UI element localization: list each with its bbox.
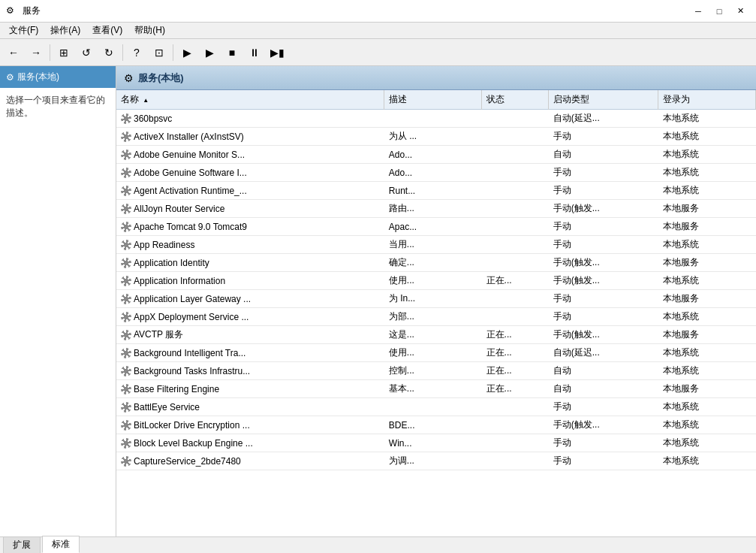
cell-login: 本地系统 [658, 146, 756, 164]
show-hide-button[interactable]: ⊞ [53, 43, 74, 62]
start2-button[interactable]: ▶ [199, 43, 220, 62]
start-button[interactable]: ▶ [176, 43, 197, 62]
cell-login: 本地系统 [658, 416, 756, 434]
stop-button[interactable]: ■ [221, 43, 242, 62]
cell-startup: 自动 [549, 362, 658, 380]
table-row[interactable]: App Readiness当用...手动本地系统 [116, 236, 756, 254]
table-row[interactable]: Base Filtering Engine基本...正在...自动本地服务 [116, 380, 756, 398]
table-row[interactable]: Background Tasks Infrastru...控制...正在...自… [116, 362, 756, 380]
refresh-button[interactable]: ↺ [76, 43, 97, 62]
cell-status [482, 398, 549, 416]
tab-extend[interactable]: 扩展 [3, 536, 41, 553]
cell-name: Background Tasks Infrastru... [116, 362, 384, 380]
table-row[interactable]: BitLocker Drive Encryption ...BDE...手动(触… [116, 416, 756, 434]
table-row[interactable]: Agent Activation Runtime_...Runt...手动本地系… [116, 182, 756, 200]
content-header-title: 服务(本地) [138, 71, 184, 85]
table-row[interactable]: Adobe Genuine Monitor S...Ado...自动本地系统 [116, 146, 756, 164]
maximize-button[interactable]: □ [709, 4, 729, 19]
col-header-name[interactable]: 名称 ▲ [116, 90, 384, 110]
toolbar-separator-3 [173, 44, 173, 61]
service-gear-icon [121, 366, 131, 376]
cell-login: 本地服务 [658, 290, 756, 308]
col-header-desc[interactable]: 描述 [384, 90, 482, 110]
table-row[interactable]: Apache Tomcat 9.0 Tomcat9Apac...手动本地服务 [116, 218, 756, 236]
cell-desc: 控制... [384, 362, 482, 380]
cell-name: Base Filtering Engine [116, 380, 384, 398]
service-gear-icon [121, 186, 131, 196]
table-row[interactable]: Block Level Backup Engine ...Win...手动本地系… [116, 434, 756, 452]
service-gear-icon [121, 258, 131, 268]
close-button[interactable]: ✕ [730, 4, 750, 19]
service-gear-icon [121, 222, 131, 232]
window-controls: ─ □ ✕ [688, 4, 750, 19]
back-button[interactable]: ← [3, 43, 24, 62]
sort-arrow-name: ▲ [143, 97, 149, 104]
tab-standard[interactable]: 标准 [42, 536, 80, 553]
table-row[interactable]: Application Layer Gateway ...为 In...手动本地… [116, 290, 756, 308]
cell-desc: 使用... [384, 272, 482, 290]
service-gear-icon [121, 348, 131, 358]
cell-status [482, 308, 549, 326]
cell-startup: 手动 [549, 164, 658, 182]
cell-desc: Apac... [384, 218, 482, 236]
col-header-startup[interactable]: 启动类型 [549, 90, 658, 110]
col-header-status[interactable]: 状态 [482, 90, 549, 110]
col-header-login[interactable]: 登录为 [658, 90, 756, 110]
table-row[interactable]: AVCTP 服务这是...正在...手动(触发...本地服务 [116, 326, 756, 344]
table-row[interactable]: AllJoyn Router Service路由...手动(触发...本地服务 [116, 200, 756, 218]
table-row[interactable]: BattlEye Service手动本地系统 [116, 398, 756, 416]
bottom-tabs: 扩展 标准 [0, 536, 756, 553]
cell-startup: 手动 [549, 218, 658, 236]
cell-status: 正在... [482, 380, 549, 398]
cell-startup: 手动 [549, 236, 658, 254]
menu-view[interactable]: 查看(V) [86, 23, 128, 38]
services-table-container[interactable]: 名称 ▲ 描述 状态 启动类型 登录为 [116, 90, 756, 536]
table-row[interactable]: ActiveX Installer (AxInstSV)为从 ...手动本地系统 [116, 128, 756, 146]
menu-action[interactable]: 操作(A) [44, 23, 86, 38]
cell-login: 本地系统 [658, 434, 756, 452]
minimize-button[interactable]: ─ [688, 4, 708, 19]
properties-button[interactable]: ⊡ [149, 43, 170, 62]
service-gear-icon [121, 384, 131, 394]
cell-name: Adobe Genuine Software I... [116, 164, 384, 182]
service-gear-icon [121, 150, 131, 160]
content-header-icon: ⚙ [124, 72, 134, 84]
table-row[interactable]: CaptureService_2bde7480为调...手动本地系统 [116, 452, 756, 470]
cell-desc [384, 110, 482, 128]
table-row[interactable]: AppX Deployment Service ...为部...手动本地系统 [116, 308, 756, 326]
table-row[interactable]: Background Intelligent Tra...使用...正在...自… [116, 344, 756, 362]
title-bar: ⚙ 服务 ─ □ ✕ [0, 0, 756, 23]
table-row[interactable]: 360bpsvc自动(延迟...本地系统 [116, 110, 756, 128]
cell-login: 本地服务 [658, 326, 756, 344]
cell-status [482, 416, 549, 434]
cell-desc: 为从 ... [384, 128, 482, 146]
cell-status [482, 254, 549, 272]
cell-startup: 手动 [549, 398, 658, 416]
cell-login: 本地服务 [658, 200, 756, 218]
cell-name: BitLocker Drive Encryption ... [116, 416, 384, 434]
cell-status [482, 182, 549, 200]
pause-button[interactable]: ⏸ [244, 43, 265, 62]
cell-login: 本地系统 [658, 272, 756, 290]
cell-desc: 基本... [384, 380, 482, 398]
cell-name: Application Layer Gateway ... [116, 290, 384, 308]
cell-desc: Ado... [384, 146, 482, 164]
menu-help[interactable]: 帮助(H) [128, 23, 171, 38]
forward-button[interactable]: → [26, 43, 47, 62]
cell-startup: 自动 [549, 146, 658, 164]
service-gear-icon [121, 438, 131, 449]
table-row[interactable]: Adobe Genuine Software I...Ado...手动本地系统 [116, 164, 756, 182]
table-row[interactable]: Application Identity确定...手动(触发...本地服务 [116, 254, 756, 272]
cell-status [482, 110, 549, 128]
toolbar-separator-1 [50, 44, 50, 61]
sidebar-gear-icon: ⚙ [6, 72, 14, 83]
cell-status: 正在... [482, 362, 549, 380]
help-button[interactable]: ? [126, 43, 147, 62]
menu-file[interactable]: 文件(F) [3, 23, 44, 38]
cell-desc [384, 398, 482, 416]
cell-startup: 手动 [549, 128, 658, 146]
cell-login: 本地系统 [658, 128, 756, 146]
restart-button[interactable]: ▶▮ [267, 43, 288, 62]
export-list-button[interactable]: ↻ [98, 43, 119, 62]
table-row[interactable]: Application Information使用...正在...手动(触发..… [116, 272, 756, 290]
